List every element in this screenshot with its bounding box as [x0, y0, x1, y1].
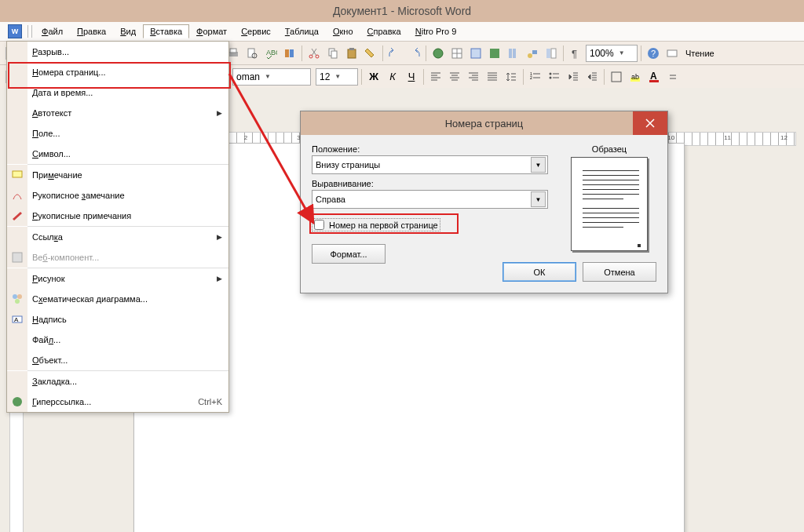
menu-item-2[interactable]: Дата и время...: [7, 82, 228, 103]
comment-icon: [11, 169, 24, 181]
underline-icon[interactable]: Ч: [403, 68, 420, 86]
separator: [426, 46, 426, 61]
word-app-icon: W: [8, 24, 22, 38]
ink1-icon: [11, 189, 24, 202]
separator: [302, 46, 302, 61]
menu-item-8[interactable]: Рукописные примечания: [7, 206, 228, 226]
columns-icon[interactable]: [505, 45, 522, 62]
undo-icon[interactable]: [386, 45, 404, 62]
menu-item-11[interactable]: Рисунок▶: [7, 268, 228, 289]
align-justify-icon[interactable]: [484, 68, 501, 86]
menu-правка[interactable]: Правка: [70, 24, 113, 38]
hyperlink-icon[interactable]: [429, 45, 447, 62]
menu-item-4[interactable]: Поле...: [7, 123, 228, 144]
show-marks-icon[interactable]: ¶: [567, 45, 584, 62]
position-label: Положение:: [312, 144, 548, 154]
fontsize-combo[interactable]: 12▼: [316, 68, 358, 86]
font-value: oman: [236, 71, 260, 82]
insert-table-icon[interactable]: [467, 45, 484, 62]
format-button[interactable]: Формат...: [312, 244, 386, 264]
read-mode-icon[interactable]: [663, 45, 681, 62]
svg-rect-42: [649, 80, 659, 82]
menu-item-1[interactable]: Номера страниц...: [7, 62, 228, 82]
menu-item-0[interactable]: Разрыв...: [7, 42, 228, 62]
diag-icon: [11, 293, 24, 305]
align-left-icon[interactable]: [427, 68, 444, 86]
menubar: W ФайлПравкаВидВставкаФорматСервисТаблиц…: [0, 22, 804, 42]
excel-icon[interactable]: [486, 45, 503, 62]
first-page-checkbox[interactable]: [314, 220, 324, 230]
svg-rect-6: [248, 49, 254, 57]
italic-icon[interactable]: К: [384, 68, 401, 86]
chevron-down-icon: ▼: [531, 157, 546, 173]
svg-point-12: [316, 55, 319, 58]
read-label[interactable]: Чтение: [682, 49, 718, 58]
svg-rect-10: [290, 49, 294, 57]
menu-item-12[interactable]: Схематическая диаграмма...: [7, 289, 228, 309]
line-spacing-icon[interactable]: [502, 68, 520, 86]
cancel-button[interactable]: Отмена: [583, 262, 656, 282]
menu-nitro pro 9[interactable]: Nitro Pro 9: [408, 24, 464, 38]
menu-item-6[interactable]: Примечание: [7, 165, 228, 185]
font-combo[interactable]: oman▼: [232, 68, 311, 86]
align-right-icon[interactable]: [465, 68, 482, 86]
help-icon[interactable]: ?: [645, 45, 662, 62]
menu-вставка[interactable]: Вставка: [143, 24, 189, 38]
svg-text:2: 2: [530, 75, 532, 80]
toolbar-options-icon[interactable]: [664, 68, 682, 86]
close-button[interactable]: [633, 111, 667, 135]
tables-borders-icon[interactable]: [448, 45, 466, 62]
menu-сервис[interactable]: Сервис: [234, 24, 278, 38]
svg-rect-28: [551, 49, 556, 58]
drawing-icon[interactable]: [524, 45, 541, 62]
menu-item-15[interactable]: Объект...: [7, 350, 228, 370]
menu-таблица[interactable]: Таблица: [278, 24, 326, 38]
font-color-icon[interactable]: A: [645, 68, 663, 86]
menu-item-16[interactable]: Закладка...: [7, 371, 228, 392]
menu-item-9[interactable]: Ссылка▶: [7, 227, 228, 247]
spellcheck-icon[interactable]: ABC: [262, 45, 280, 62]
grip-icon: [27, 25, 32, 38]
numbering-icon[interactable]: 12: [527, 68, 544, 86]
svg-rect-27: [546, 49, 550, 58]
preview-label: Образец: [562, 144, 656, 154]
cut-icon[interactable]: [305, 45, 323, 62]
menu-item-5[interactable]: Символ...: [7, 144, 228, 164]
menu-item-14[interactable]: Файл...: [7, 330, 228, 350]
borders-icon[interactable]: [608, 68, 625, 86]
align-center-icon[interactable]: [446, 68, 463, 86]
svg-point-36: [550, 72, 552, 75]
menu-item-7[interactable]: Рукописное замечание: [7, 185, 228, 206]
menu-вид[interactable]: Вид: [113, 24, 143, 38]
menu-окно[interactable]: Окно: [326, 24, 360, 38]
menu-item-13[interactable]: AНадпись: [7, 309, 228, 330]
zoom-combo[interactable]: 100%▼: [586, 45, 638, 62]
first-page-checkbox-row[interactable]: Номер на первой странице: [312, 218, 440, 231]
menu-формат[interactable]: Формат: [189, 24, 234, 38]
svg-text:¶: ¶: [572, 48, 577, 60]
svg-rect-38: [612, 72, 621, 82]
preview-icon[interactable]: [243, 45, 261, 62]
redo-icon[interactable]: [405, 45, 422, 62]
menu-файл[interactable]: Файл: [35, 24, 70, 38]
research-icon[interactable]: [281, 45, 298, 62]
increase-indent-icon[interactable]: [583, 68, 601, 86]
paste-icon[interactable]: [343, 45, 360, 62]
copy-icon[interactable]: [324, 45, 342, 62]
format-painter-icon[interactable]: [362, 45, 379, 62]
menu-item-3[interactable]: Автотекст▶: [7, 103, 228, 123]
bullets-icon[interactable]: [546, 68, 563, 86]
menu-item-17[interactable]: Гиперссылка...Ctrl+K: [7, 392, 228, 412]
menu-справка[interactable]: Справка: [360, 24, 408, 38]
ok-button[interactable]: ОК: [502, 262, 576, 282]
position-select[interactable]: Внизу страницы ▼: [312, 155, 548, 174]
doc-map-icon[interactable]: [543, 45, 560, 62]
zoom-value: 100%: [590, 48, 614, 59]
highlight-icon[interactable]: ab: [627, 68, 644, 86]
dialog-titlebar[interactable]: Номера страниц: [301, 111, 667, 135]
dialog-title: Номера страниц: [445, 118, 524, 129]
svg-rect-22: [490, 49, 499, 58]
alignment-select[interactable]: Справа ▼: [312, 190, 548, 209]
bold-icon[interactable]: Ж: [365, 68, 382, 86]
decrease-indent-icon[interactable]: [565, 68, 582, 86]
